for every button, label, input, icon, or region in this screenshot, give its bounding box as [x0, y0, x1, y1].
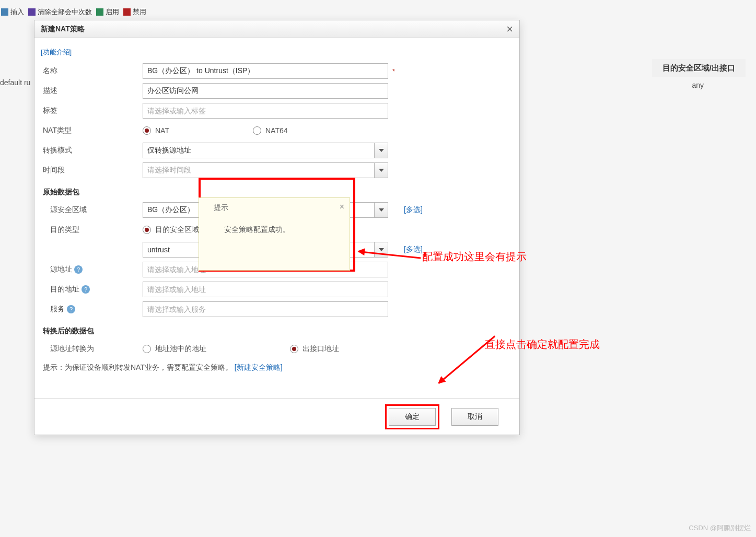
- multi-link-src[interactable]: [多选]: [404, 205, 423, 215]
- dest-addr-input[interactable]: [143, 282, 388, 297]
- label-src-addr: 源地址?: [41, 265, 143, 274]
- dialog-title: 新建NAT策略: [34, 20, 519, 38]
- label-src-zone: 源安全区域: [41, 205, 143, 215]
- radio-dest-zone[interactable]: 目的安全区域: [143, 225, 199, 235]
- service-input[interactable]: [143, 301, 388, 317]
- success-toast: 提示 × 安全策略配置成功。: [199, 197, 350, 271]
- tag-input[interactable]: [143, 103, 388, 119]
- toast-title: 提示 ×: [199, 198, 350, 213]
- bg-cell-any: any: [692, 81, 704, 89]
- background-toolbar: 插入 清除全部会中次数 启用 禁用: [0, 5, 146, 19]
- ok-button[interactable]: 确定: [389, 408, 436, 426]
- conv-mode-select[interactable]: 仅转换源地址: [143, 143, 388, 158]
- label-nat-type: NAT类型: [41, 126, 143, 135]
- bg-row-default: default ru: [0, 78, 30, 87]
- tb-disable[interactable]: 禁用: [123, 5, 146, 19]
- desc-input[interactable]: [143, 83, 388, 99]
- label-tag: 标签: [41, 106, 143, 115]
- watermark: CSDN @阿鹏别摆烂: [689, 523, 751, 533]
- name-input[interactable]: [143, 63, 388, 79]
- cancel-button[interactable]: 取消: [451, 408, 498, 426]
- label-time: 时间段: [41, 166, 143, 175]
- tb-enable[interactable]: 启用: [96, 5, 119, 19]
- close-icon[interactable]: ×: [340, 202, 344, 212]
- bg-header-dest-zone: 目的安全区域/出接口: [652, 59, 746, 77]
- section-converted: 转换后的数据包: [43, 326, 519, 336]
- help-icon[interactable]: ?: [82, 285, 90, 294]
- time-select[interactable]: 请选择时间段: [143, 162, 388, 178]
- help-icon[interactable]: ?: [74, 265, 83, 274]
- toast-message: 安全策略配置成功。: [199, 213, 350, 235]
- required-mark: *: [392, 67, 395, 75]
- annotation-text-1: 配置成功这里会有提示: [422, 250, 527, 264]
- radio-nat[interactable]: NAT: [143, 126, 169, 135]
- label-conv-mode: 转换模式: [41, 146, 143, 155]
- hint-line: 提示：为保证设备顺利转发NAT业务，需要配置安全策略。 [新建安全策略]: [43, 363, 519, 372]
- label-desc: 描述: [41, 86, 143, 96]
- label-dest-addr: 目的地址?: [41, 285, 143, 294]
- chevron-down-icon: [374, 163, 388, 178]
- intro-link[interactable]: [功能介绍]: [41, 48, 72, 57]
- radio-nat64[interactable]: NAT64: [253, 126, 288, 135]
- radio-pool-addr[interactable]: 地址池中的地址: [143, 344, 206, 354]
- new-sec-policy-link[interactable]: [新建安全策略]: [235, 363, 283, 371]
- annotation-text-2: 直接点击确定就配置完成: [485, 337, 600, 352]
- tb-insert[interactable]: 插入: [1, 5, 24, 19]
- label-src-conv: 源地址转换为: [41, 344, 143, 354]
- label-service: 服务?: [41, 305, 143, 314]
- label-name: 名称: [41, 66, 143, 76]
- help-icon[interactable]: ?: [67, 305, 75, 313]
- radio-if-addr[interactable]: 出接口地址: [290, 344, 339, 354]
- chevron-down-icon: [374, 203, 388, 217]
- close-icon[interactable]: ×: [506, 24, 513, 35]
- multi-link-dest[interactable]: [多选]: [404, 245, 423, 254]
- chevron-down-icon: [374, 143, 388, 158]
- tb-clear[interactable]: 清除全部会中次数: [28, 5, 92, 19]
- label-dest-type: 目的类型: [41, 225, 143, 235]
